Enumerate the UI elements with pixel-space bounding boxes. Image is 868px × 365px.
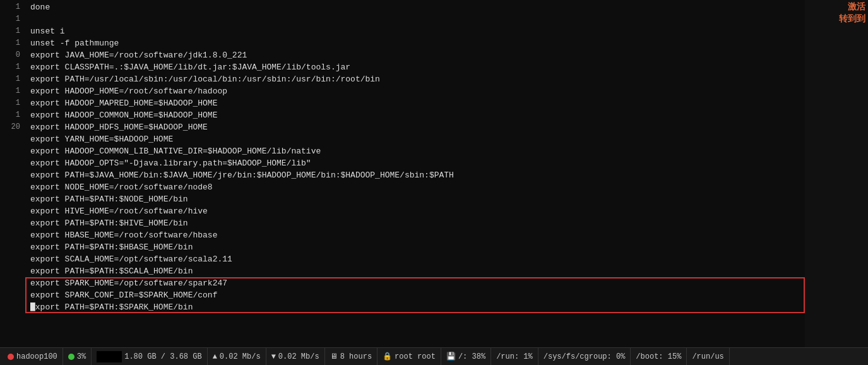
memory-label: 1.80 GB / 3.68 GB — [124, 352, 201, 361]
status-cpu: 3% — [63, 348, 92, 365]
status-net-down: ▼ 0.02 Mb/s — [266, 348, 325, 365]
code-line: export HADOOP_MAPRED_HOME=$HADOOP_HOME — [30, 97, 805, 109]
line-number: 1 — [5, 13, 20, 25]
line-number: 1 — [5, 73, 20, 85]
boot-label: /boot: 15% — [636, 352, 681, 361]
status-disk-root: 💾 /: 38% — [441, 348, 491, 365]
status-user: 🔒 root root — [378, 348, 441, 365]
code-line: export PATH=/usr/local/sbin:/usr/local/b… — [30, 73, 805, 85]
status-hostname: hadoop100 — [3, 348, 63, 365]
status-sys-cgroup: /sys/fs/cgroup: 0% — [538, 348, 631, 365]
code-line: export HBASE_HOME=/root/software/hbase — [30, 229, 805, 241]
clock-icon: 🖥 — [330, 352, 338, 361]
line-number: 1 — [5, 1, 20, 13]
activation-text: 激活 转到到 — [839, 1, 865, 25]
line-number: 20 — [5, 121, 20, 133]
status-run1: /run: 1% — [491, 348, 538, 365]
line-number — [5, 133, 20, 145]
line-number — [5, 301, 20, 313]
line-number: 1 — [5, 85, 20, 97]
code-line: export HIVE_HOME=/root/software/hive — [30, 205, 805, 217]
status-memory: 1.80 GB / 3.68 GB — [92, 348, 207, 365]
code-line: export CLASSPATH=.:$JAVA_HOME/lib/dt.jar… — [30, 61, 805, 73]
user-icon: 🔒 — [383, 352, 392, 361]
status-uptime: 🖥 8 hours — [325, 348, 378, 365]
code-line: unset -f pathmunge — [30, 37, 805, 49]
line-numbers: 111101111120 — [0, 0, 25, 347]
status-dot-green — [68, 354, 74, 360]
code-line: export SCALA_HOME=/opt/software/scala2.1… — [30, 253, 805, 265]
sys-cgroup-label: /sys/fs/cgroup: 0% — [544, 352, 626, 361]
code-line: export PATH=$PATH:$HBASE_HOME/bin — [30, 241, 805, 253]
code-line: export HADOOP_COMMON_LIB_NATIVE_DIR=$HAD… — [30, 145, 805, 157]
code-line: unset i — [30, 25, 805, 37]
net-up-label: 0.02 Mb/s — [220, 352, 261, 361]
line-number — [5, 289, 20, 301]
upload-icon: ▲ — [213, 352, 217, 361]
line-number: 1 — [5, 109, 20, 121]
editor-area: 111101111120 doneunset iunset -f pathmun… — [0, 0, 868, 347]
memory-bar — [97, 351, 122, 362]
code-content[interactable]: doneunset iunset -f pathmungeexport JAVA… — [25, 0, 805, 347]
cpu-label: 3% — [77, 352, 86, 361]
code-line: export NODE_HOME=/root/software/node8 — [30, 181, 805, 193]
code-line: export HADOOP_HDFS_HOME=$HADOOP_HOME — [30, 121, 805, 133]
line-number — [5, 265, 20, 277]
code-line: export SPARK_HOME=/opt/software/spark247 — [30, 277, 805, 289]
code-line: export SPARK_CONF_DIR=$SPARK_HOME/conf — [30, 289, 805, 301]
line-number: 1 — [5, 25, 20, 37]
code-line: export YARN_HOME=$HADOOP_HOME — [30, 133, 805, 145]
code-line: export HADOOP_OPTS="-Djava.library.path=… — [30, 157, 805, 169]
status-net-up: ▲ 0.02 Mb/s — [208, 348, 266, 365]
line-number: 0 — [5, 49, 20, 61]
right-panel: 激活 转到到 — [805, 0, 868, 347]
line-number — [5, 157, 20, 169]
line-number — [5, 277, 20, 289]
code-line: export PATH=$PATH:$HIVE_HOME/bin — [30, 217, 805, 229]
line-number — [5, 217, 20, 229]
uptime-label: 8 hours — [340, 352, 372, 361]
code-line: █xport PATH=$PATH:$SPARK_HOME/bin — [30, 301, 805, 313]
run1-label: /run: 1% — [496, 352, 533, 361]
line-number — [5, 181, 20, 193]
status-run-us: /run/us — [687, 348, 729, 365]
line-number — [5, 169, 20, 181]
disk-root-label: /: 38% — [458, 352, 485, 361]
code-line: export PATH=$PATH:$NODE_HOME/bin — [30, 193, 805, 205]
code-line: export HADOOP_COMMON_HOME=$HADOOP_HOME — [30, 109, 805, 121]
code-line — [30, 13, 805, 25]
hostname-label: hadoop100 — [16, 352, 57, 361]
user-label: root root — [395, 352, 436, 361]
net-down-label: 0.02 Mb/s — [278, 352, 319, 361]
line-number: 1 — [5, 37, 20, 49]
line-number: 1 — [5, 97, 20, 109]
code-line: export JAVA_HOME=/root/software/jdk1.8.0… — [30, 49, 805, 61]
line-number — [5, 193, 20, 205]
line-number — [5, 205, 20, 217]
code-line: export PATH=$PATH:$SCALA_HOME/bin — [30, 265, 805, 277]
line-number: 1 — [5, 61, 20, 73]
status-boot: /boot: 15% — [631, 348, 687, 365]
code-line: done — [30, 1, 805, 13]
statusbar: hadoop100 3% 1.80 GB / 3.68 GB ▲ 0.02 Mb… — [0, 347, 868, 365]
line-number — [5, 253, 20, 265]
run-us-label: /run/us — [692, 352, 723, 361]
line-number — [5, 241, 20, 253]
code-line: export HADOOP_HOME=/root/software/hadoop — [30, 85, 805, 97]
line-number — [5, 145, 20, 157]
status-dot-red — [8, 354, 14, 360]
disk-icon: 💾 — [446, 352, 456, 361]
download-icon: ▼ — [271, 352, 276, 361]
code-line: export PATH=$JAVA_HOME/bin:$JAVA_HOME/jr… — [30, 169, 805, 181]
line-number — [5, 229, 20, 241]
